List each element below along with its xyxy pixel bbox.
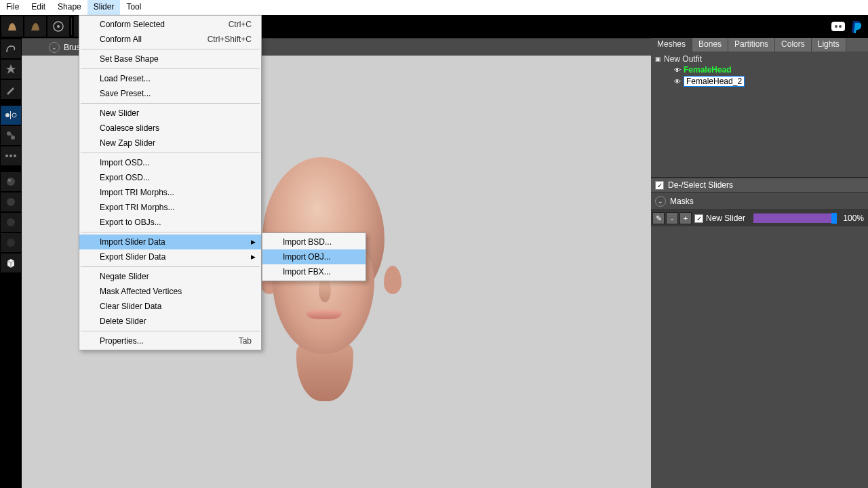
toolbar-btn-2[interactable] [24,16,46,37]
menu-item-mask-affected-vertices[interactable]: Mask Affected Vertices [79,284,261,299]
tool-dots[interactable] [1,146,21,165]
menu-item-import-tri-morphs[interactable]: Import TRI Morphs... [79,185,261,200]
tree-root-label: New Outfit [664,54,702,64]
svg-point-12 [9,155,12,157]
menu-edit[interactable]: Edit [25,0,52,15]
tool-star[interactable] [1,60,21,79]
toolbar-btn-1[interactable] [1,16,23,37]
tool-sphere-2[interactable] [1,192,21,211]
svg-point-15 [8,179,11,182]
submenu-arrow-icon: ▶ [251,239,256,245]
svg-point-4 [839,25,842,28]
tool-link[interactable] [1,126,21,145]
tab-meshes[interactable]: Meshes [651,38,692,52]
menu-item-new-zap-slider[interactable]: New Zap Slider [79,136,261,150]
svg-point-17 [7,218,15,226]
slider-track[interactable] [753,214,837,223]
visibility-icon[interactable]: 👁 [674,78,681,85]
deselect-sliders-header[interactable]: De-/Select Sliders [651,178,868,192]
svg-point-1 [57,25,60,28]
menu-item-properties[interactable]: Properties...Tab [79,333,261,348]
menu-item-set-base-shape[interactable]: Set Base Shape [79,52,261,66]
menu-item-coalesce-sliders[interactable]: Coalesce sliders [79,121,261,136]
tool-sphere-4[interactable] [1,233,21,252]
submenu-item-import-fbx[interactable]: Import FBX... [262,264,366,279]
menu-item-export-to-objs[interactable]: Export to OBJs... [79,215,261,230]
svg-point-5 [5,113,9,117]
tree-item-femalehead-2[interactable]: 👁 FemaleHead_2 [674,76,864,87]
deselect-checkbox[interactable] [655,181,664,190]
slider-plus-button[interactable]: + [679,212,692,224]
mesh-tree[interactable]: ▣ New Outfit 👁 FemaleHead 👁 FemaleHead_2 [651,52,868,178]
brush-expand-icon[interactable]: ⌄ [49,42,60,53]
menu-shape[interactable]: Shape [52,0,87,15]
slider-percent: 100% [840,214,868,223]
menu-file[interactable]: File [0,0,25,15]
menu-tool[interactable]: Tool [120,0,147,15]
menu-item-negate-slider[interactable]: Negate Slider [79,269,261,284]
svg-point-11 [5,155,8,157]
tree-item-femalehead[interactable]: 👁 FemaleHead [674,65,864,75]
menu-item-new-slider[interactable]: New Slider [79,106,261,121]
deselect-label: De-/Select Sliders [668,180,733,190]
slider-edit-button[interactable]: ✎ [652,212,665,224]
visibility-icon[interactable]: 👁 [674,66,681,74]
tool-brush[interactable] [1,80,21,99]
slider-row-new-slider: ✎ - + New Slider 100% [651,210,868,226]
svg-point-14 [7,178,15,186]
slider-name-label: New Slider [703,214,751,223]
tree-collapse-icon[interactable]: ▣ [655,56,661,62]
svg-rect-6 [10,111,11,119]
svg-point-3 [835,25,837,28]
slider-checkbox[interactable] [694,214,703,223]
menu-item-clear-slider-data[interactable]: Clear Slider Data [79,299,261,314]
tool-mirror[interactable] [1,106,21,125]
submenu-arrow-icon: ▶ [251,253,256,260]
svg-point-13 [14,155,16,157]
masks-header[interactable]: ⌄ Masks [651,192,868,210]
menu-item-import-slider-data[interactable]: Import Slider Data▶ [79,235,261,249]
slider-knob[interactable] [831,213,837,224]
menubar: File Edit Shape Slider Tool [0,0,868,15]
tree-item-edit-input[interactable]: FemaleHead_2 [684,76,745,87]
slider-dropdown-menu: Conform SelectedCtrl+CConform AllCtrl+Sh… [79,15,262,350]
import-slider-data-submenu: Import BSD...Import OBJ...Import FBX... [262,232,366,281]
left-tool-strip [0,38,22,488]
tab-lights[interactable]: Lights [812,38,846,52]
menu-item-export-osd[interactable]: Export OSD... [79,170,261,185]
menu-item-export-tri-morphs[interactable]: Export TRI Morphs... [79,200,261,215]
paypal-icon[interactable] [850,19,864,34]
menu-item-import-osd[interactable]: Import OSD... [79,155,261,170]
submenu-item-import-obj[interactable]: Import OBJ... [262,249,366,264]
submenu-item-import-bsd[interactable]: Import BSD... [262,235,366,249]
tab-colors[interactable]: Colors [775,38,812,52]
tab-partitions[interactable]: Partitions [728,38,775,52]
tab-bones[interactable]: Bones [692,38,728,52]
tool-lasso[interactable] [1,39,21,58]
right-panel: Meshes Bones Partitions Colors Lights ▣ … [651,38,868,488]
toolbar-btn-3[interactable] [47,16,69,37]
tool-sphere-1[interactable] [1,172,21,191]
masks-expand-icon[interactable]: ⌄ [655,196,666,207]
menu-item-delete-slider[interactable]: Delete Slider [79,314,261,329]
svg-point-18 [7,239,15,247]
menu-item-conform-all[interactable]: Conform AllCtrl+Shift+C [79,32,261,47]
slider-minus-button[interactable]: - [666,212,678,224]
tree-root[interactable]: ▣ New Outfit [655,54,864,64]
menu-item-save-preset[interactable]: Save Preset... [79,86,261,101]
svg-point-16 [7,198,15,206]
discord-icon[interactable] [830,19,846,34]
masks-label: Masks [670,197,694,206]
menu-item-export-slider-data[interactable]: Export Slider Data▶ [79,249,261,264]
svg-point-7 [12,113,16,117]
tool-cube[interactable] [1,253,21,272]
tree-item-label: FemaleHead [684,65,732,75]
menu-slider[interactable]: Slider [87,0,121,15]
menu-item-load-preset[interactable]: Load Preset... [79,71,261,86]
svg-rect-2 [831,22,845,31]
tool-sphere-3[interactable] [1,213,21,232]
right-tabs: Meshes Bones Partitions Colors Lights [651,38,868,52]
menu-item-conform-selected[interactable]: Conform SelectedCtrl+C [79,17,261,32]
